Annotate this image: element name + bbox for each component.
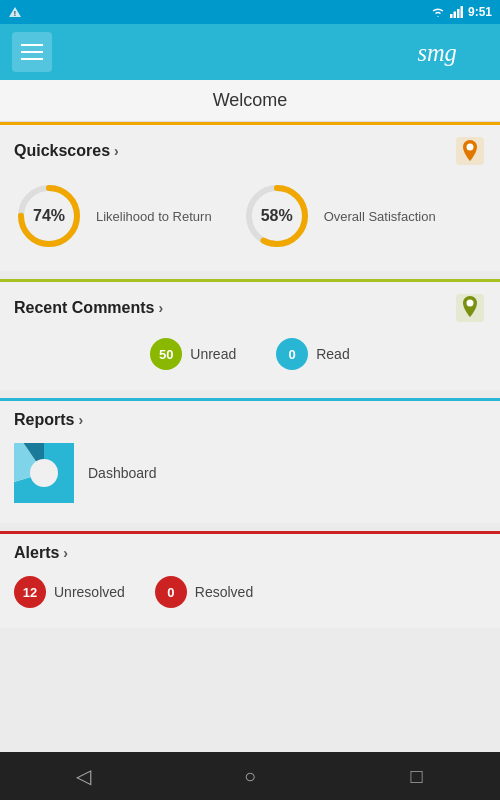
- comments-title: Recent Comments ›: [14, 299, 163, 317]
- resolved-badge: 0: [155, 576, 187, 608]
- wifi-icon: [430, 6, 446, 18]
- reports-chevron: ›: [78, 412, 83, 428]
- svg-rect-4: [457, 9, 460, 18]
- main-content: Quickscores › 74% Likelihood: [0, 122, 500, 752]
- menu-line-3: [21, 58, 43, 60]
- home-button[interactable]: ○: [220, 756, 280, 796]
- reports-header[interactable]: Reports ›: [0, 401, 500, 435]
- unresolved-label: Unresolved: [54, 584, 125, 600]
- map-pin-icon: [454, 135, 486, 167]
- unresolved-badge: 12: [14, 576, 46, 608]
- read-badge: 0: [276, 338, 308, 370]
- likelihood-label: Likelihood to Return: [96, 209, 212, 224]
- comments-body: 50 Unread 0 Read: [0, 330, 500, 390]
- resolved-item[interactable]: 0 Resolved: [155, 576, 253, 608]
- unread-badge: 50: [150, 338, 182, 370]
- svg-point-14: [467, 300, 474, 307]
- menu-line-2: [21, 51, 43, 53]
- unread-label: Unread: [190, 346, 236, 362]
- page-title: Welcome: [0, 80, 500, 122]
- dashboard-label: Dashboard: [88, 465, 157, 481]
- comments-chevron: ›: [158, 300, 163, 316]
- metric-likelihood[interactable]: 74% Likelihood to Return: [14, 181, 212, 251]
- logo: smg: [408, 32, 488, 72]
- unread-item[interactable]: 50 Unread: [150, 338, 236, 370]
- quickscores-chevron: ›: [114, 143, 119, 159]
- logo-svg: smg: [413, 34, 483, 70]
- donut-likelihood: 74%: [14, 181, 84, 251]
- reports-card: Reports › Dashboard: [0, 398, 500, 523]
- read-item[interactable]: 0 Read: [276, 338, 349, 370]
- alerts-chevron: ›: [63, 545, 68, 561]
- svg-point-8: [467, 144, 474, 151]
- alerts-body: 12 Unresolved 0 Resolved: [0, 568, 500, 628]
- status-bar-right: 9:51: [430, 5, 492, 19]
- warning-icon: !: [8, 5, 22, 19]
- svg-text:smg: smg: [417, 39, 456, 66]
- status-bar-left: !: [8, 5, 22, 19]
- menu-button[interactable]: [12, 32, 52, 72]
- comments-map-icon: [454, 292, 486, 324]
- dashboard-pie-chart: [14, 443, 74, 503]
- unresolved-item[interactable]: 12 Unresolved: [14, 576, 125, 608]
- likelihood-value: 74%: [33, 207, 65, 225]
- reports-title: Reports ›: [14, 411, 83, 429]
- satisfaction-label: Overall Satisfaction: [324, 209, 436, 224]
- alerts-header[interactable]: Alerts ›: [0, 534, 500, 568]
- top-bar: smg: [0, 24, 500, 80]
- svg-text:!: !: [14, 10, 16, 17]
- quickscores-header[interactable]: Quickscores ›: [0, 125, 500, 173]
- quickscores-body: 74% Likelihood to Return 58% Overall Sat…: [0, 173, 500, 271]
- recents-button[interactable]: □: [387, 756, 447, 796]
- comments-header[interactable]: Recent Comments ›: [0, 282, 500, 330]
- metric-satisfaction[interactable]: 58% Overall Satisfaction: [242, 181, 436, 251]
- comments-card: Recent Comments › 50 Unread 0 Read: [0, 279, 500, 390]
- reports-body: Dashboard: [0, 435, 500, 523]
- quickscores-card: Quickscores › 74% Likelihood: [0, 122, 500, 271]
- resolved-label: Resolved: [195, 584, 253, 600]
- alerts-title: Alerts ›: [14, 544, 68, 562]
- bottom-nav: ◁ ○ □: [0, 752, 500, 800]
- menu-line-1: [21, 44, 43, 46]
- svg-rect-2: [450, 14, 453, 18]
- back-button[interactable]: ◁: [53, 756, 113, 796]
- signal-icon: [450, 6, 464, 18]
- svg-point-18: [30, 459, 58, 487]
- svg-rect-3: [453, 12, 456, 19]
- satisfaction-value: 58%: [261, 207, 293, 225]
- svg-rect-5: [460, 6, 463, 18]
- alerts-card: Alerts › 12 Unresolved 0 Resolved: [0, 531, 500, 628]
- read-label: Read: [316, 346, 349, 362]
- time-display: 9:51: [468, 5, 492, 19]
- status-bar: ! 9:51: [0, 0, 500, 24]
- donut-satisfaction: 58%: [242, 181, 312, 251]
- quickscores-title: Quickscores ›: [14, 142, 119, 160]
